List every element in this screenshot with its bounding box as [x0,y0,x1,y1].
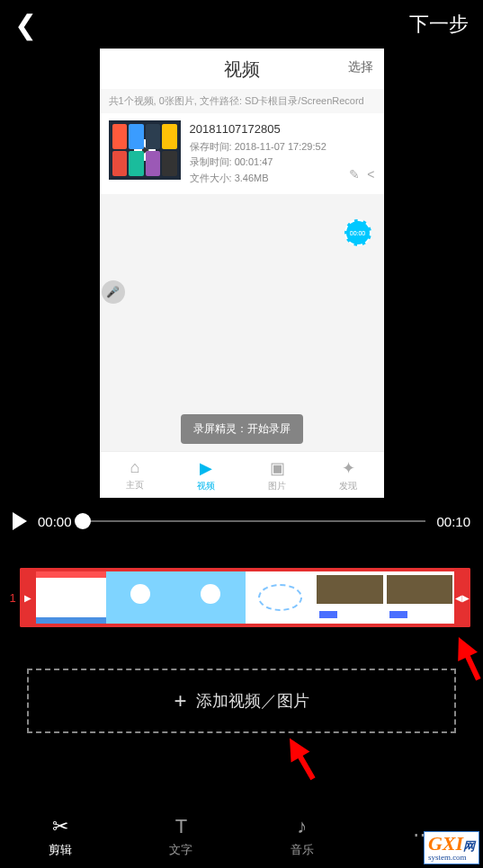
timeline-frame [106,568,176,627]
timeline-frames[interactable] [36,568,454,627]
playback-slider[interactable] [83,520,426,522]
timeline-frame [36,568,106,627]
music-icon: ♪ [297,815,307,838]
timer-badge[interactable]: 00:00 [344,219,371,246]
preview-tab-video[interactable]: ▶视频 [171,452,242,498]
playback-bar: 00:00 00:10 [0,498,483,541]
preview-subtitle: 共1个视频, 0张图片, 文件路径: SD卡根目录/ScreenRecord [100,89,384,113]
timeline-frame [315,568,385,627]
video-preview: 视频 选择 共1个视频, 0张图片, 文件路径: SD卡根目录/ScreenRe… [100,49,384,498]
back-button[interactable]: ❮ [9,9,42,40]
tab-music[interactable]: ♪ 音乐 [242,805,362,868]
toast-message: 录屏精灵：开始录屏 [181,414,303,444]
preview-container: 视频 选择 共1个视频, 0张图片, 文件路径: SD卡根目录/ScreenRe… [0,49,483,498]
video-filename: 20181107172805 [190,120,375,139]
next-step-button[interactable]: 下一步 [404,11,474,38]
share-icon[interactable]: < [367,164,374,184]
timeline: 1 ▶ ◀▶ [0,541,483,627]
annotation-arrow [281,733,310,763]
preview-header: 视频 选择 [100,49,384,89]
select-button[interactable]: 选择 [348,59,373,75]
text-icon: T [175,815,187,838]
watermark-logo: GXI网 system.com [424,831,479,864]
add-media-label: 添加视频／图片 [196,690,309,712]
video-track[interactable]: ▶ ◀▶ [20,568,470,627]
timeline-frame [246,568,316,627]
preview-title: 视频 [100,58,384,82]
home-icon: ⌂ [130,458,140,477]
edit-icon[interactable]: ✎ [349,164,360,184]
compass-icon: ✦ [342,458,355,478]
video-list-item[interactable]: 20181107172805 保存时间: 2018-11-07 17:29:52… [100,113,384,194]
image-icon: ▣ [270,458,285,478]
annotation-arrow [449,633,478,661]
preview-tab-bar: ⌂主页 ▶视频 ▣图片 ✦发现 [100,451,384,498]
video-metadata: 20181107172805 保存时间: 2018-11-07 17:29:52… [181,120,375,187]
total-time: 00:10 [436,514,470,529]
scissors-icon: ✂ [52,815,68,838]
slider-knob[interactable] [75,513,91,529]
trim-handle-left[interactable]: ▶ [20,568,36,627]
preview-tab-discover[interactable]: ✦发现 [313,452,384,498]
preview-tab-home[interactable]: ⌂主页 [100,452,171,498]
plus-icon: + [174,688,186,713]
trim-handle-right[interactable]: ◀▶ [454,568,470,627]
preview-tab-image[interactable]: ▣图片 [242,452,313,498]
add-media-button[interactable]: + 添加视频／图片 [27,669,456,733]
video-icon: ▶ [200,458,212,478]
timeline-frame [385,568,455,627]
tab-text[interactable]: T 文字 [121,805,241,868]
timeline-frame [175,568,246,627]
top-bar: ❮ 下一步 [0,0,483,49]
track-number: 1 [5,591,20,605]
bottom-tab-bar: ✂ 剪辑 T 文字 ♪ 音乐 ⋯ [0,805,483,868]
mic-icon: 🎤 [102,280,125,304]
current-time: 00:00 [38,514,72,529]
play-button[interactable] [13,512,27,530]
video-thumbnail [109,120,181,180]
tab-edit[interactable]: ✂ 剪辑 [0,805,121,868]
